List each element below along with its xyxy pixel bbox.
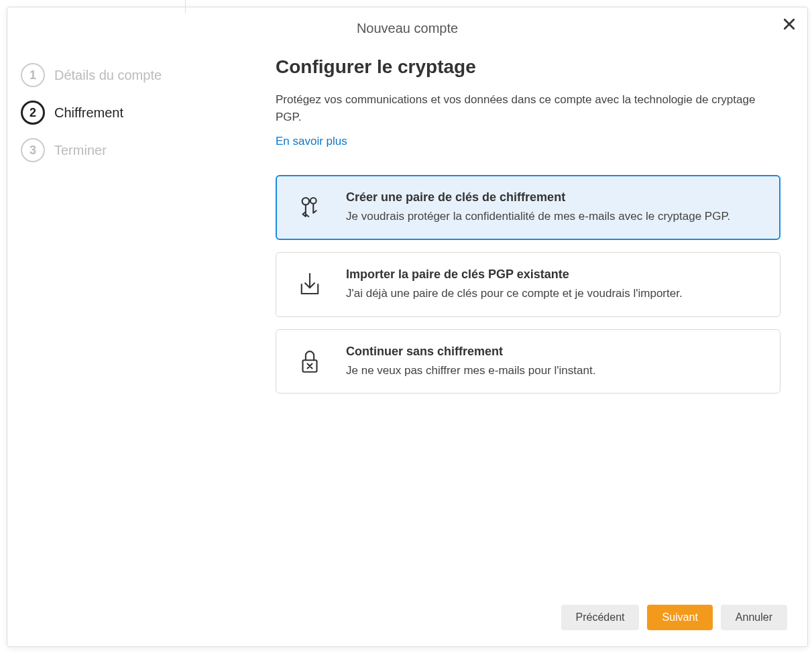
option-text: Continuer sans chiffrement Je ne veux pa… bbox=[346, 345, 762, 379]
step-number: 3 bbox=[21, 138, 45, 162]
new-account-dialog: Nouveau compte 1 Détails du compte 2 Chi… bbox=[7, 7, 808, 647]
option-title: Créer une paire de clés de chiffrement bbox=[346, 190, 762, 204]
option-no-encryption[interactable]: Continuer sans chiffrement Je ne veux pa… bbox=[276, 329, 780, 394]
option-desc: Je ne veux pas chiffrer mes e-mails pour… bbox=[346, 363, 762, 379]
close-icon[interactable] bbox=[783, 17, 795, 33]
back-button[interactable]: Précédent bbox=[561, 605, 640, 630]
option-import-keypair[interactable]: Importer la paire de clés PGP existante … bbox=[276, 252, 780, 317]
option-title: Continuer sans chiffrement bbox=[346, 345, 762, 359]
steps-sidebar: 1 Détails du compte 2 Chiffrement 3 Term… bbox=[7, 43, 195, 591]
option-title: Importer la paire de clés PGP existante bbox=[346, 267, 762, 282]
learn-more-link[interactable]: En savoir plus bbox=[276, 135, 347, 148]
dialog-footer: Précédent Suivant Annuler bbox=[7, 591, 807, 646]
cancel-button[interactable]: Annuler bbox=[721, 605, 787, 630]
option-create-keypair[interactable]: Créer une paire de clés de chiffrement J… bbox=[276, 175, 780, 240]
keys-icon bbox=[294, 191, 326, 223]
option-desc: J'ai déjà une paire de clés pour ce comp… bbox=[346, 286, 762, 302]
option-desc: Je voudrais protéger la confidentialité … bbox=[346, 209, 762, 225]
dialog-title: Nouveau compte bbox=[7, 21, 807, 36]
step-encryption[interactable]: 2 Chiffrement bbox=[21, 94, 188, 131]
step-account-details[interactable]: 1 Détails du compte bbox=[21, 56, 188, 94]
dialog-header: Nouveau compte bbox=[7, 7, 807, 43]
import-icon bbox=[294, 268, 326, 300]
step-label: Détails du compte bbox=[54, 68, 162, 83]
encryption-options: Créer une paire de clés de chiffrement J… bbox=[276, 175, 780, 394]
step-label: Terminer bbox=[54, 143, 107, 158]
page-title: Configurer le cryptage bbox=[276, 56, 780, 78]
main-content: Configurer le cryptage Protégez vos comm… bbox=[195, 43, 807, 591]
svg-point-1 bbox=[310, 198, 316, 204]
lock-disabled-icon bbox=[294, 345, 326, 377]
svg-point-0 bbox=[302, 198, 310, 205]
option-text: Importer la paire de clés PGP existante … bbox=[346, 267, 762, 302]
step-label: Chiffrement bbox=[54, 105, 123, 121]
option-text: Créer une paire de clés de chiffrement J… bbox=[346, 190, 762, 225]
step-finish[interactable]: 3 Terminer bbox=[21, 131, 188, 169]
step-number: 1 bbox=[21, 63, 45, 87]
step-number: 2 bbox=[21, 101, 45, 125]
page-description: Protégez vos communications et vos donné… bbox=[276, 91, 780, 125]
next-button[interactable]: Suivant bbox=[647, 605, 712, 630]
dialog-body: 1 Détails du compte 2 Chiffrement 3 Term… bbox=[7, 43, 807, 591]
